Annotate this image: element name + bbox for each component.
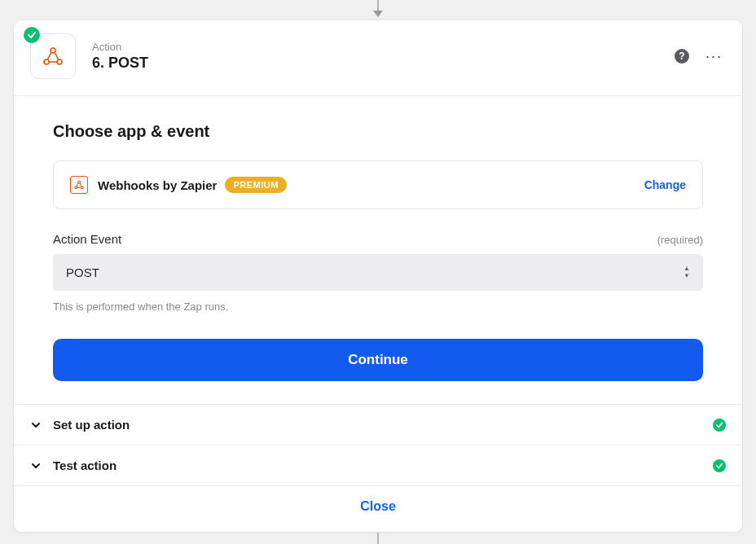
header-actions: ? ··· (675, 49, 723, 64)
action-step-card: Action 6. POST ? ··· Choose app & event (13, 20, 743, 533)
select-value: POST (66, 265, 99, 279)
action-event-select[interactable]: POST ▲▼ (53, 254, 703, 291)
section-title: Choose app & event (53, 122, 703, 141)
svg-point-1 (44, 59, 49, 64)
webhooks-icon (73, 179, 85, 191)
premium-badge: PREMIUM (225, 177, 286, 193)
more-menu-button[interactable]: ··· (705, 49, 723, 64)
accordion-label: Set up action (53, 418, 130, 432)
test-action-accordion[interactable]: Test action (14, 445, 742, 485)
header-text: Action 6. POST (92, 41, 148, 72)
svg-point-4 (75, 186, 77, 189)
app-name: Webhooks by Zapier (98, 178, 217, 192)
webhooks-icon (41, 44, 65, 68)
status-check-small (713, 419, 726, 432)
setup-action-accordion[interactable]: Set up action (14, 404, 742, 445)
change-app-button[interactable]: Change (644, 178, 686, 191)
chevron-down-icon (30, 419, 42, 431)
arrow-down-icon (373, 11, 383, 17)
field-header-row: Action Event (required) (53, 232, 703, 246)
helper-text: This is performed when the Zap runs. (53, 301, 703, 313)
selected-app-row: Webhooks by Zapier PREMIUM Change (53, 160, 703, 209)
help-icon[interactable]: ? (675, 49, 689, 64)
app-small-icon (70, 176, 88, 194)
app-icon-container (30, 33, 76, 79)
connector-line-bottom (377, 533, 379, 544)
status-check-badge (24, 27, 40, 43)
field-label: Action Event (53, 232, 121, 246)
field-required: (required) (657, 234, 703, 246)
chevron-down-icon (30, 460, 42, 472)
svg-point-2 (57, 59, 62, 64)
accordion-label: Test action (53, 458, 116, 472)
close-button[interactable]: Close (360, 499, 396, 514)
check-icon (27, 30, 37, 40)
check-icon (715, 421, 723, 429)
select-arrows-icon: ▲▼ (683, 265, 690, 279)
card-header: Action 6. POST ? ··· (14, 20, 742, 96)
footer-row: Close (14, 485, 742, 527)
continue-button[interactable]: Continue (53, 339, 703, 381)
check-icon (715, 462, 723, 470)
step-type-label: Action (92, 41, 148, 53)
status-check-small (713, 459, 726, 472)
step-title: 6. POST (92, 55, 148, 72)
svg-point-5 (81, 186, 83, 189)
card-body: Choose app & event Webhooks by Zapier PR… (14, 96, 742, 404)
